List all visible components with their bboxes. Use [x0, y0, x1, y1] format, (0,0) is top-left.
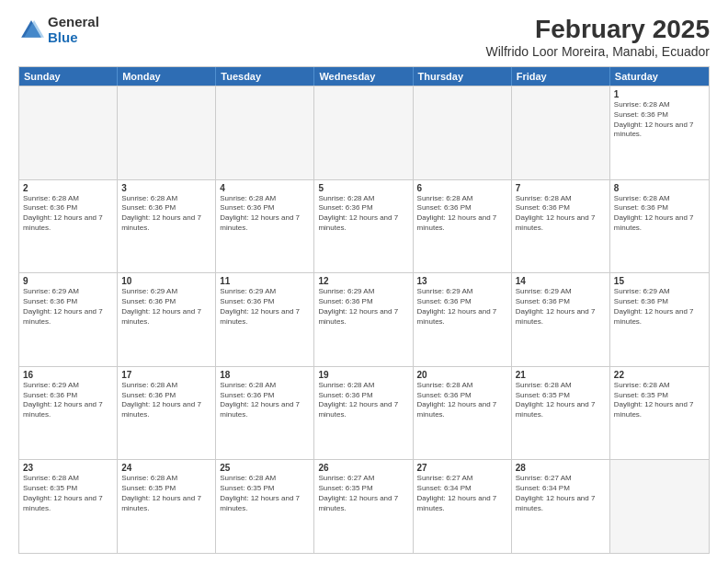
day-cell-13: 13Sunrise: 6:29 AM Sunset: 6:36 PM Dayli… [414, 273, 512, 366]
day-number: 16 [23, 370, 113, 380]
header: General Blue February 2025 Wilfrido Loor… [18, 15, 710, 59]
day-cell-18: 18Sunrise: 6:28 AM Sunset: 6:36 PM Dayli… [216, 367, 314, 460]
day-info: Sunrise: 6:28 AM Sunset: 6:36 PM Dayligh… [220, 194, 310, 234]
day-number: 11 [220, 276, 310, 286]
calendar-row-2: 9Sunrise: 6:29 AM Sunset: 6:36 PM Daylig… [19, 272, 709, 366]
day-cell-26: 26Sunrise: 6:27 AM Sunset: 6:35 PM Dayli… [314, 460, 413, 553]
calendar-row-0: 1Sunrise: 6:28 AM Sunset: 6:36 PM Daylig… [19, 86, 709, 179]
day-number: 19 [318, 370, 408, 380]
day-number: 22 [614, 370, 705, 380]
day-number: 7 [516, 183, 606, 193]
day-info: Sunrise: 6:27 AM Sunset: 6:35 PM Dayligh… [318, 474, 408, 513]
calendar-row-3: 16Sunrise: 6:29 AM Sunset: 6:36 PM Dayli… [19, 366, 709, 460]
day-info: Sunrise: 6:27 AM Sunset: 6:34 PM Dayligh… [516, 474, 606, 513]
day-info: Sunrise: 6:28 AM Sunset: 6:36 PM Dayligh… [516, 194, 606, 234]
day-cell-6: 6Sunrise: 6:28 AM Sunset: 6:36 PM Daylig… [414, 180, 512, 273]
day-number: 25 [220, 463, 310, 473]
day-number: 3 [121, 183, 211, 193]
day-info: Sunrise: 6:29 AM Sunset: 6:36 PM Dayligh… [417, 287, 507, 327]
day-info: Sunrise: 6:28 AM Sunset: 6:36 PM Dayligh… [121, 194, 211, 234]
day-info: Sunrise: 6:29 AM Sunset: 6:36 PM Dayligh… [23, 287, 113, 327]
calendar: SundayMondayTuesdayWednesdayThursdayFrid… [18, 66, 710, 554]
empty-cell [19, 86, 118, 179]
day-number: 17 [121, 370, 211, 380]
day-cell-2: 2Sunrise: 6:28 AM Sunset: 6:36 PM Daylig… [19, 180, 118, 273]
day-number: 4 [220, 183, 310, 193]
weekday-header-wednesday: Wednesday [314, 67, 413, 86]
day-cell-5: 5Sunrise: 6:28 AM Sunset: 6:36 PM Daylig… [314, 180, 413, 273]
weekday-header-tuesday: Tuesday [216, 67, 314, 86]
calendar-header: SundayMondayTuesdayWednesdayThursdayFrid… [19, 67, 709, 86]
empty-cell [118, 86, 216, 179]
calendar-body: 1Sunrise: 6:28 AM Sunset: 6:36 PM Daylig… [19, 86, 709, 553]
day-number: 1 [614, 89, 705, 99]
calendar-row-4: 23Sunrise: 6:28 AM Sunset: 6:35 PM Dayli… [19, 459, 709, 553]
day-number: 5 [318, 183, 408, 193]
day-info: Sunrise: 6:28 AM Sunset: 6:35 PM Dayligh… [516, 381, 606, 420]
empty-cell [610, 460, 709, 553]
day-number: 20 [417, 370, 507, 380]
day-cell-15: 15Sunrise: 6:29 AM Sunset: 6:36 PM Dayli… [610, 273, 709, 366]
day-info: Sunrise: 6:29 AM Sunset: 6:36 PM Dayligh… [23, 381, 113, 420]
day-info: Sunrise: 6:28 AM Sunset: 6:36 PM Dayligh… [417, 381, 507, 420]
day-number: 8 [614, 183, 705, 193]
day-number: 9 [23, 276, 113, 286]
main-title: February 2025 [485, 15, 710, 44]
day-info: Sunrise: 6:28 AM Sunset: 6:35 PM Dayligh… [220, 474, 310, 513]
weekday-header-thursday: Thursday [414, 67, 512, 86]
logo-blue-text: Blue [48, 30, 99, 46]
day-cell-14: 14Sunrise: 6:29 AM Sunset: 6:36 PM Dayli… [512, 273, 610, 366]
day-number: 14 [516, 276, 606, 286]
day-number: 26 [318, 463, 408, 473]
day-number: 10 [121, 276, 211, 286]
empty-cell [216, 86, 314, 179]
day-number: 12 [318, 276, 408, 286]
day-info: Sunrise: 6:29 AM Sunset: 6:36 PM Dayligh… [614, 287, 705, 327]
weekday-header-friday: Friday [512, 67, 610, 86]
day-cell-3: 3Sunrise: 6:28 AM Sunset: 6:36 PM Daylig… [118, 180, 216, 273]
day-info: Sunrise: 6:29 AM Sunset: 6:36 PM Dayligh… [318, 287, 408, 327]
day-cell-1: 1Sunrise: 6:28 AM Sunset: 6:36 PM Daylig… [610, 86, 709, 179]
day-number: 28 [516, 463, 606, 473]
day-number: 21 [516, 370, 606, 380]
day-number: 27 [417, 463, 507, 473]
day-info: Sunrise: 6:28 AM Sunset: 6:35 PM Dayligh… [23, 474, 113, 513]
day-cell-28: 28Sunrise: 6:27 AM Sunset: 6:34 PM Dayli… [512, 460, 610, 553]
day-cell-27: 27Sunrise: 6:27 AM Sunset: 6:34 PM Dayli… [414, 460, 512, 553]
logo: General Blue [18, 15, 99, 45]
empty-cell [314, 86, 413, 179]
weekday-header-monday: Monday [118, 67, 216, 86]
day-number: 18 [220, 370, 310, 380]
logo-text: General Blue [48, 15, 99, 45]
day-number: 6 [417, 183, 507, 193]
day-info: Sunrise: 6:28 AM Sunset: 6:36 PM Dayligh… [614, 194, 705, 234]
day-info: Sunrise: 6:29 AM Sunset: 6:36 PM Dayligh… [220, 287, 310, 327]
day-number: 24 [121, 463, 211, 473]
day-cell-17: 17Sunrise: 6:28 AM Sunset: 6:36 PM Dayli… [118, 367, 216, 460]
subtitle: Wilfrido Loor Moreira, Manabi, Ecuador [485, 44, 710, 59]
day-cell-16: 16Sunrise: 6:29 AM Sunset: 6:36 PM Dayli… [19, 367, 118, 460]
day-cell-9: 9Sunrise: 6:29 AM Sunset: 6:36 PM Daylig… [19, 273, 118, 366]
day-cell-7: 7Sunrise: 6:28 AM Sunset: 6:36 PM Daylig… [512, 180, 610, 273]
day-info: Sunrise: 6:28 AM Sunset: 6:36 PM Dayligh… [417, 194, 507, 234]
day-cell-24: 24Sunrise: 6:28 AM Sunset: 6:35 PM Dayli… [118, 460, 216, 553]
weekday-header-sunday: Sunday [19, 67, 118, 86]
day-info: Sunrise: 6:29 AM Sunset: 6:36 PM Dayligh… [121, 287, 211, 327]
day-cell-20: 20Sunrise: 6:28 AM Sunset: 6:36 PM Dayli… [414, 367, 512, 460]
calendar-row-1: 2Sunrise: 6:28 AM Sunset: 6:36 PM Daylig… [19, 179, 709, 273]
day-info: Sunrise: 6:27 AM Sunset: 6:34 PM Dayligh… [417, 474, 507, 513]
title-block: February 2025 Wilfrido Loor Moreira, Man… [485, 15, 710, 59]
day-number: 13 [417, 276, 507, 286]
day-number: 23 [23, 463, 113, 473]
day-info: Sunrise: 6:28 AM Sunset: 6:36 PM Dayligh… [614, 100, 705, 140]
day-cell-12: 12Sunrise: 6:29 AM Sunset: 6:36 PM Dayli… [314, 273, 413, 366]
day-cell-4: 4Sunrise: 6:28 AM Sunset: 6:36 PM Daylig… [216, 180, 314, 273]
empty-cell [414, 86, 512, 179]
day-info: Sunrise: 6:28 AM Sunset: 6:36 PM Dayligh… [23, 194, 113, 234]
day-cell-11: 11Sunrise: 6:29 AM Sunset: 6:36 PM Dayli… [216, 273, 314, 366]
day-number: 15 [614, 276, 705, 286]
logo-icon [18, 17, 44, 43]
day-cell-25: 25Sunrise: 6:28 AM Sunset: 6:35 PM Dayli… [216, 460, 314, 553]
day-cell-21: 21Sunrise: 6:28 AM Sunset: 6:35 PM Dayli… [512, 367, 610, 460]
day-info: Sunrise: 6:28 AM Sunset: 6:36 PM Dayligh… [121, 381, 211, 420]
